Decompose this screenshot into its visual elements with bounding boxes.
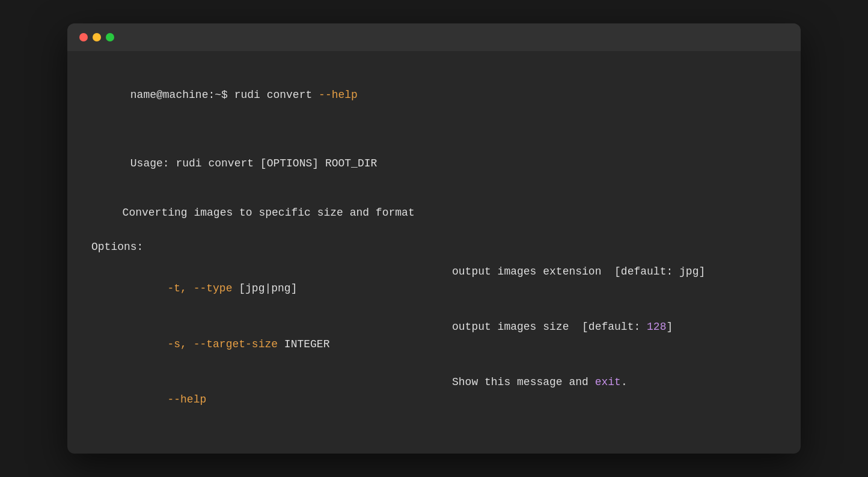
help-padding [206,393,375,406]
usage-command: rudi convert [OPTIONS] ROOT_DIR [176,157,377,169]
long-flag-help: --help [167,393,206,406]
indent [143,280,167,297]
description-line: Converting images to specific size and f… [109,204,777,222]
this-text: this [484,376,510,388]
terminal-body: name@machine:~$ rudi convert --help Usag… [67,51,801,454]
title-bar [67,23,801,51]
option-row-type: -t, --type [jpg|png] output images exten… [91,263,777,315]
indent3 [143,391,167,409]
type-args: [jpg|png] [232,282,362,294]
type-description: output images extension [default: jpg] [452,263,705,315]
size-args: INTEGER [278,338,382,350]
size-description: output images size [default: 128] [452,318,673,370]
long-flag-target-size: --target-size [187,338,278,350]
long-flag-type: --type [187,282,233,294]
terminal-window: name@machine:~$ rudi convert --help Usag… [67,23,801,454]
command-text: rudi convert [234,89,319,101]
usage-line: Usage: rudi convert [OPTIONS] ROOT_DIR [91,138,777,190]
exit-text: exit [595,376,621,388]
option-row-target-size: -s, --target-size INTEGER output images … [91,318,777,370]
option-flags-help: --help [91,374,452,425]
option-flags-type: -t, --type [jpg|png] [91,263,452,315]
indent2 [143,336,167,353]
help-description: Show this message and exit. [452,374,628,425]
minimize-button[interactable] [93,33,101,41]
maximize-button[interactable] [106,33,114,41]
prompt-line: name@machine:~$ rudi convert --help [91,69,777,121]
option-row-help: --help Show this message and exit. [91,374,777,425]
option-flags-size: -s, --target-size INTEGER [91,318,452,370]
short-flag-t: -t, [167,282,186,294]
options-header: Options: [91,239,777,256]
close-button[interactable] [79,33,88,41]
help-flag: --help [319,89,358,101]
prompt-text: name@machine:~$ [130,89,234,101]
default-number-128: 128 [647,321,666,333]
usage-label: Usage: [130,157,176,169]
short-flag-s: -s, [167,338,186,350]
